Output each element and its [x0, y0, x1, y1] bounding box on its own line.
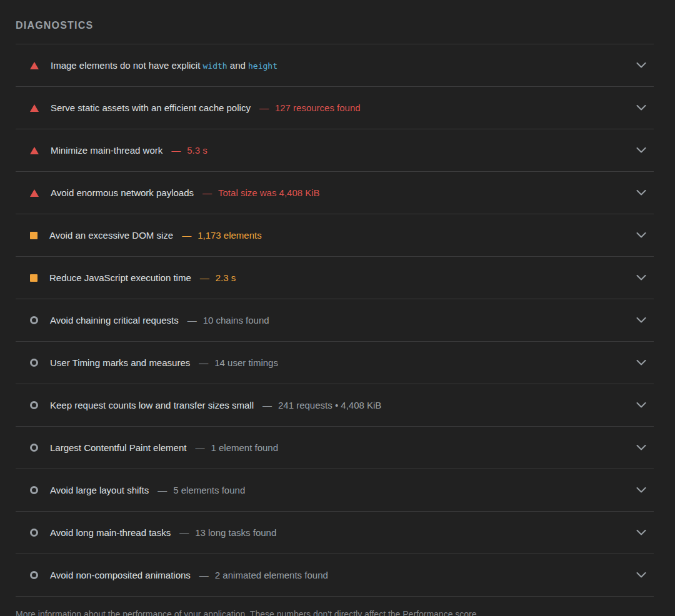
- section-title: DIAGNOSTICS: [16, 0, 654, 44]
- separator-dash: —: [179, 527, 189, 538]
- separator-dash: —: [158, 485, 167, 495]
- audit-label: Avoid chaining critical requests: [50, 315, 179, 325]
- chevron-down-icon[interactable]: [636, 530, 646, 535]
- separator-dash: —: [199, 570, 209, 580]
- circle-icon: [30, 444, 38, 452]
- chevron-down-icon[interactable]: [636, 275, 646, 281]
- separator-dash: —: [202, 187, 212, 198]
- audit-display-value: — 241 requests • 4,408 KiB: [254, 400, 381, 410]
- circle-icon: [30, 359, 38, 367]
- chevron-down-icon[interactable]: [636, 445, 646, 450]
- audit-row[interactable]: Image elements do not have explicit widt…: [16, 44, 654, 87]
- chevron-down-icon[interactable]: [636, 62, 646, 68]
- chevron-down-icon[interactable]: [636, 360, 646, 365]
- audit-row[interactable]: User Timing marks and measures — 14 user…: [16, 342, 654, 384]
- audit-label: Serve static assets with an efficient ca…: [51, 102, 251, 113]
- audit-label: Largest Contentful Paint element: [50, 442, 186, 453]
- audit-display-value: — 127 resources found: [251, 102, 361, 113]
- audit-display-value: — 1,173 elements: [173, 230, 262, 241]
- separator-dash: —: [262, 400, 272, 410]
- audit-display-value: — 14 user timings: [190, 357, 278, 368]
- diagnostics-panel: DIAGNOSTICS Image elements do not have e…: [16, 0, 654, 616]
- audit-display-value: — 2.3 s: [191, 272, 236, 283]
- chevron-down-icon[interactable]: [636, 487, 646, 493]
- chevron-down-icon[interactable]: [636, 147, 646, 153]
- footer-note: More information about the performance o…: [16, 609, 654, 616]
- audit-display-value: — 13 long tasks found: [171, 527, 276, 538]
- audit-display-value: — 5 elements found: [149, 485, 245, 495]
- audit-label: Avoid non-composited animations: [50, 570, 191, 580]
- audit-row[interactable]: Minimize main-thread work — 5.3 s: [16, 129, 654, 172]
- audit-row[interactable]: Largest Contentful Paint element — 1 ele…: [16, 427, 654, 469]
- audit-label: Avoid long main-thread tasks: [50, 527, 171, 538]
- separator-dash: —: [182, 230, 191, 241]
- audit-label: Avoid enormous network payloads: [51, 187, 194, 198]
- audit-label: Reduce JavaScript execution time: [49, 272, 191, 283]
- audit-display-value: — Total size was 4,408 KiB: [194, 187, 320, 198]
- audit-row[interactable]: Avoid chaining critical requests — 10 ch…: [16, 299, 654, 342]
- circle-icon: [30, 529, 38, 537]
- circle-icon: [30, 486, 38, 494]
- audit-label: Minimize main-thread work: [51, 145, 162, 156]
- separator-dash: —: [188, 315, 197, 325]
- chevron-down-icon[interactable]: [636, 105, 646, 111]
- separator-dash: —: [259, 102, 269, 113]
- separator-dash: —: [195, 442, 204, 453]
- audit-list: Image elements do not have explicit widt…: [16, 44, 654, 597]
- audit-label: Avoid large layout shifts: [50, 485, 149, 495]
- audit-display-value: — 1 element found: [186, 442, 278, 453]
- square-icon: [30, 232, 38, 239]
- chevron-down-icon[interactable]: [636, 232, 646, 238]
- circle-icon: [30, 401, 38, 409]
- audit-row[interactable]: Avoid an excessive DOM size — 1,173 elem…: [16, 214, 654, 257]
- audit-label: Image elements do not have explicit widt…: [51, 60, 278, 71]
- audit-row[interactable]: Avoid large layout shifts — 5 elements f…: [16, 469, 654, 512]
- separator-dash: —: [171, 145, 181, 156]
- audit-display-value: — 5.3 s: [162, 145, 208, 156]
- triangle-icon: [30, 104, 39, 112]
- chevron-down-icon[interactable]: [636, 572, 646, 578]
- circle-icon: [30, 316, 38, 324]
- inline-code: width: [202, 61, 227, 71]
- audit-row[interactable]: Reduce JavaScript execution time — 2.3 s: [16, 257, 654, 299]
- triangle-icon: [30, 147, 39, 154]
- inline-code: height: [248, 61, 278, 71]
- separator-dash: —: [200, 272, 209, 283]
- chevron-down-icon[interactable]: [636, 317, 646, 323]
- square-icon: [30, 274, 38, 282]
- audit-row[interactable]: Avoid enormous network payloads — Total …: [16, 172, 654, 214]
- separator-dash: —: [199, 357, 208, 368]
- triangle-icon: [30, 62, 39, 69]
- triangle-icon: [30, 189, 39, 197]
- audit-display-value: — 2 animated elements found: [191, 570, 328, 580]
- audit-label: User Timing marks and measures: [50, 357, 190, 368]
- chevron-down-icon[interactable]: [636, 402, 646, 408]
- chevron-down-icon[interactable]: [636, 190, 646, 196]
- audit-display-value: — 10 chains found: [179, 315, 269, 325]
- audit-row[interactable]: Avoid non-composited animations — 2 anim…: [16, 554, 654, 597]
- circle-icon: [30, 571, 38, 579]
- audit-row[interactable]: Keep request counts low and transfer siz…: [16, 384, 654, 427]
- audit-label: Keep request counts low and transfer siz…: [50, 400, 254, 410]
- audit-row[interactable]: Avoid long main-thread tasks — 13 long t…: [16, 512, 654, 554]
- audit-label: Avoid an excessive DOM size: [49, 230, 173, 241]
- audit-row[interactable]: Serve static assets with an efficient ca…: [16, 87, 654, 129]
